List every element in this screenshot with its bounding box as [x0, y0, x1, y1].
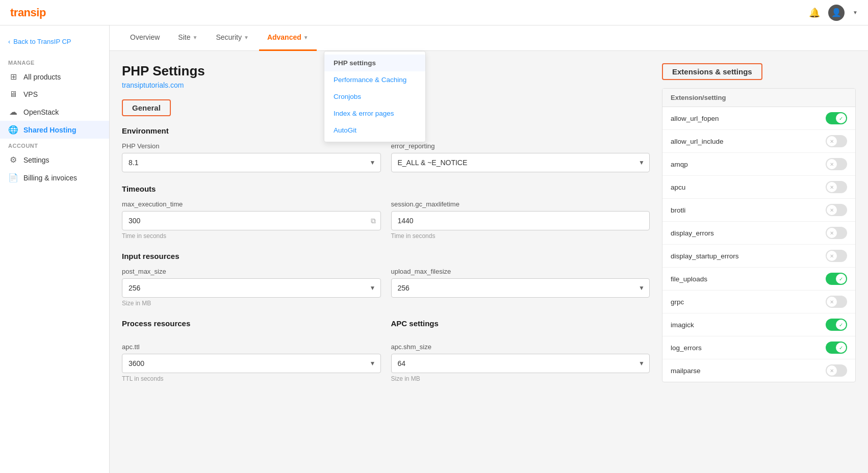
apc-ttl-select[interactable]: 1800 3600 7200 [122, 354, 381, 373]
ext-toggle-log-errors[interactable] [826, 341, 847, 354]
right-panel: Extensions & settings Extension/setting … [662, 63, 856, 395]
error-reporting-select[interactable]: E_ALL E_ALL & ~E_NOTICE E_ALL & ~E_DEPRE… [391, 153, 650, 172]
dropdown-index-error-pages[interactable]: Index & error pages [324, 105, 425, 122]
apc-settings-title: APC settings [391, 319, 650, 328]
sidebar-item-vps-label: VPS [23, 90, 38, 98]
tab-site[interactable]: Site ▼ [170, 25, 206, 51]
input-resources-title: Input resources [122, 252, 650, 260]
header-right: 🔔 👤 ▼ [809, 5, 858, 21]
php-version-select[interactable]: 7.4 8.0 8.1 8.2 [122, 153, 381, 172]
openstack-icon: ☁ [8, 107, 18, 117]
apc-ttl-wrapper: 1800 3600 7200 ▼ [122, 354, 381, 373]
sidebar-item-shared-hosting[interactable]: 🌐 Shared Hosting [0, 121, 109, 139]
tab-overview-label: Overview [130, 33, 160, 41]
session-gc-group: session.gc_maxlifetime Time in seconds [391, 200, 650, 240]
ext-name-brotli: brotli [671, 206, 685, 214]
sidebar-item-settings-label: Settings [23, 156, 49, 164]
ext-name-imagick: imagick [671, 321, 694, 329]
ext-toggle-display-errors[interactable] [826, 227, 847, 239]
ext-toggle-imagick[interactable] [826, 319, 847, 331]
sidebar-item-all-products[interactable]: ⊞ All products [0, 68, 109, 86]
dropdown-autogit-label: AutoGit [334, 126, 356, 134]
apc-ttl-group: apc.ttl 1800 3600 7200 ▼ TTL in seconds [122, 343, 381, 382]
ext-row-apcu: apcu [662, 176, 855, 199]
bell-icon[interactable]: 🔔 [809, 7, 820, 18]
ext-row-log-errors: log_errors [662, 336, 855, 359]
dropdown-cronjobs[interactable]: Cronjobs [324, 88, 425, 105]
ext-name-file-uploads: file_uploads [671, 275, 707, 283]
ext-row-grpc: grpc [662, 291, 855, 313]
sidebar-item-shared-hosting-label: Shared Hosting [23, 126, 76, 134]
security-chevron-icon: ▼ [244, 35, 249, 40]
upload-max-wrapper: 64 128 256 512 ▼ [391, 278, 650, 298]
ext-row-imagick: imagick [662, 313, 855, 336]
ext-toggle-file-uploads[interactable] [826, 273, 847, 285]
ext-row-file-uploads: file_uploads [662, 268, 855, 291]
apc-ttl-hint: TTL in seconds [122, 375, 381, 382]
max-execution-label: max_execution_time [122, 200, 381, 208]
tab-security[interactable]: Security ▼ [208, 25, 257, 51]
ext-toggle-allow-url-include[interactable] [826, 135, 847, 147]
manage-section-label: MANAGE [0, 56, 109, 68]
logo: transip [10, 6, 46, 19]
ext-name-log-errors: log_errors [671, 344, 702, 352]
apc-shm-hint: Size in MB [391, 375, 650, 382]
apc-shm-wrapper: 32 64 128 ▼ [391, 354, 650, 373]
user-avatar-button[interactable]: 👤 [828, 5, 845, 21]
ext-name-apcu: apcu [671, 183, 685, 191]
error-reporting-label: error_reporting [391, 142, 650, 150]
dropdown-autogit[interactable]: AutoGit [324, 122, 425, 139]
environment-row: PHP Version 7.4 8.0 8.1 8.2 ▼ [122, 142, 650, 172]
dropdown-performance-label: Performance & Caching [334, 76, 406, 84]
apc-shm-label: apc.shm_size [391, 343, 650, 351]
post-max-size-select[interactable]: 64 128 256 512 [122, 278, 381, 298]
max-execution-input-wrapper: ⧉ [122, 211, 381, 230]
upload-max-filesize-group: upload_max_filesize 64 128 256 512 ▼ [391, 268, 650, 307]
upload-max-label: upload_max_filesize [391, 268, 650, 275]
ext-toggle-grpc[interactable] [826, 296, 847, 308]
account-section-label: ACCOUNT [0, 139, 109, 151]
sidebar-item-billing[interactable]: 📄 Billing & invoices [0, 169, 109, 187]
tab-overview[interactable]: Overview [122, 25, 168, 51]
all-products-icon: ⊞ [8, 72, 18, 82]
session-gc-input[interactable] [391, 211, 650, 230]
ext-row-display-errors: display_errors [662, 222, 855, 245]
back-to-transip-link[interactable]: ‹ Back to TransIP CP [0, 34, 109, 49]
sidebar: ‹ Back to TransIP CP MANAGE ⊞ All produc… [0, 25, 110, 473]
ext-toggle-mailparse[interactable] [826, 364, 847, 377]
process-resources-title: Process resources [122, 319, 381, 328]
post-max-size-label: post_max_size [122, 268, 381, 275]
ext-toggle-apcu[interactable] [826, 181, 847, 193]
logo-text: transip [10, 6, 46, 19]
extensions-table-header: Extension/setting [662, 89, 855, 107]
apc-shm-group: apc.shm_size 32 64 128 ▼ Size in MB [391, 343, 650, 382]
sub-nav: Overview Site ▼ Security ▼ Advanced ▼ PH… [110, 25, 868, 51]
page-content: PHP Settings transiptutorials.com Genera… [110, 51, 868, 407]
sidebar-item-settings[interactable]: ⚙ Settings [0, 151, 109, 169]
shared-hosting-icon: 🌐 [8, 125, 18, 135]
process-resources-section: Process resources APC settings apc.ttl 1… [122, 319, 650, 382]
post-max-size-group: post_max_size 64 128 256 512 ▼ Siz [122, 268, 381, 307]
ext-row-mailparse: mailparse [662, 359, 855, 382]
upload-max-select[interactable]: 64 128 256 512 [391, 278, 650, 298]
advanced-chevron-icon: ▼ [303, 35, 309, 40]
top-header: transip 🔔 👤 ▼ [0, 0, 868, 25]
tab-advanced[interactable]: Advanced ▼ [259, 25, 317, 51]
apc-shm-select[interactable]: 32 64 128 [391, 354, 650, 373]
back-label: Back to TransIP CP [13, 38, 71, 45]
chevron-left-icon: ‹ [8, 38, 10, 45]
ext-toggle-brotli[interactable] [826, 204, 847, 216]
ext-name-amqp: amqp [671, 161, 688, 168]
sidebar-item-openstack[interactable]: ☁ OpenStack [0, 103, 109, 121]
ext-toggle-amqp[interactable] [826, 158, 847, 170]
dropdown-php-settings[interactable]: PHP settings [324, 55, 425, 71]
max-execution-input[interactable] [122, 211, 381, 230]
session-gc-hint: Time in seconds [391, 232, 650, 240]
ext-toggle-display-startup-errors[interactable] [826, 250, 847, 262]
error-reporting-group: error_reporting E_ALL E_ALL & ~E_NOTICE … [391, 142, 650, 172]
sidebar-item-vps[interactable]: 🖥 VPS [0, 86, 109, 103]
dropdown-performance-caching[interactable]: Performance & Caching [324, 71, 425, 88]
ext-toggle-allow-url-fopen[interactable] [826, 112, 847, 124]
ext-name-allow-url-fopen: allow_url_fopen [671, 115, 719, 122]
dropdown-cronjobs-label: Cronjobs [334, 93, 361, 100]
